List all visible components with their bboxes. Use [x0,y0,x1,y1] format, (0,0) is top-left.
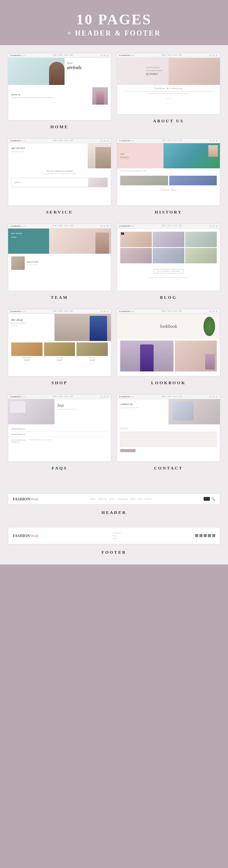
blog-img-2 [153,232,184,247]
footer-social-icon-3[interactable] [204,534,207,537]
footer-nav-blog: BLOG [112,535,121,537]
lookbook-img-tall [120,341,174,371]
shop-dots [100,310,109,312]
blog-read-more[interactable]: LOAD MORE CONTENT [117,265,220,275]
page-item-blog: FASHIONWoel HOMEABOUTBLOGSHOP F [117,224,220,300]
blog-img-grid: F [117,229,220,265]
footer-social-icon-4[interactable] [208,534,211,537]
blog-label: BLOG [160,295,177,300]
footer-social-icon-1[interactable] [195,534,198,537]
faqs-preview: FASHIONWoel HOMEABOUTBLOGSHOP faqs Lorem… [8,394,111,462]
header-nav-lookbook: LOOKBOOK [117,498,128,500]
blog-img-1: F [120,232,152,247]
history-brand: FASHIONWoel [119,140,134,142]
team-member-title: DIRECTOR [27,264,108,266]
lookbook-images [117,339,220,373]
about-inspire-text: inspire [202,64,212,68]
about-page-num: 01 / 04 [166,98,170,100]
faqs-text-block: faqs Lorem ipsum dolor sit amet consecte… [54,399,111,424]
home-about-title: about us [11,93,90,96]
contact-submit-btn[interactable] [120,449,136,452]
about-pagination: 01 / 04 [117,96,220,101]
service-brand: FASHIONWoel [10,140,26,142]
lookbook-dots [209,310,218,312]
page-item-faqs: FASHIONWoel HOMEABOUTBLOGSHOP faqs Lorem… [8,394,111,470]
header-brand: FASHIONWoel [13,497,39,501]
blog-img-4 [120,248,152,263]
header-search-icon[interactable]: 🔍 [211,497,215,501]
lookbook-nav: HOMEABOUTBLOGSHOP [162,310,182,312]
faqs-body: Lorem ipsum dolor sit amet consectetur. [58,409,108,410]
shop-product-1: SWEATER £24.00 [11,342,43,361]
shop-products: SWEATER £24.00 CHAIR £24.00 STOOL £24.00 [8,341,111,363]
contact-field-1[interactable] [120,432,217,435]
contact-body: Lorem ipsum dolor sit amet consectetur. [120,407,165,409]
header-preview: FASHIONWoel HOME ABOUT US BLOG LOOKBOOK … [8,493,220,505]
lookbook-label: LOOKBOOK [151,380,186,385]
shop-product-2: CHAIR £24.00 [44,342,75,361]
blog-img-6 [185,248,217,263]
shop-prod-name-2: CHAIR [44,357,75,359]
shop-prod-name-3: STOOL [77,357,108,359]
faqs-label: FAQS [52,466,68,470]
blog-tag-1: F [121,232,124,235]
about-quote1: I am not an artist.I'm a fashion designe… [146,66,191,76]
shop-brand: FASHIONWoel [10,310,26,312]
faqs-header: faqs Lorem ipsum dolor sit amet consecte… [8,399,111,424]
blog-nav: HOMEABOUTBLOGSHOP [162,225,182,227]
blog-preview: FASHIONWoel HOMEABOUTBLOGSHOP F [117,224,220,291]
shop-new-product: New Product [11,322,51,324]
service-pack-label: pack 1 [12,180,88,185]
shop-label: SHOP [51,380,68,385]
shop-nav: HOMEABOUTBLOGSHOP [53,310,73,312]
home-nav: HOMEABOUTBLOGSHOP [53,54,73,56]
header-nav-contact: CONTACT [143,498,152,500]
blog-read-more-btn[interactable]: LOAD MORE CONTENT [153,269,184,273]
contact-hello: hello! [120,426,217,430]
team-member: marie kale DIRECTOR [8,254,111,272]
contact-form: hello! [117,424,220,454]
service-body2: Lorem ipsum dolor sit amet consectetur a… [11,173,108,175]
header-nav-about: ABOUT US [98,498,107,500]
lookbook-title: lookbook [157,320,180,332]
history-pink-block: ourhistory [117,143,163,168]
history-header: ourhistory [117,143,220,168]
team-preview: FASHIONWoel HOMEABOUTBLOGSHOP our lovely… [8,224,111,291]
service-preview: FASHIONWoel HOMEABOUTBLOGSHOP our servic… [8,138,111,206]
home-arrivals-main: arrivals [67,65,109,71]
home-arrivals-pre: new [67,61,109,65]
lookbook-plant-decoration [202,316,216,337]
history-label: HISTORY [155,210,182,214]
team-member-photo [11,256,25,270]
contact-field-2[interactable] [120,436,217,439]
faqs-dots [100,396,109,398]
contact-field-message[interactable] [120,439,217,447]
shop-product-img-2 [44,342,75,356]
home-chrome: FASHIONWoel HOMEABOUTBLOGSHOP [8,53,111,58]
faqs-brand: FASHIONWoel [10,396,26,398]
page-row-5: FASHIONWoel HOMEABOUTBLOGSHOP faqs Lorem… [8,394,220,470]
faq-q1: Asked Question 1 [11,426,108,432]
footer-social [195,534,215,537]
blog-quote: you can have anything you want in life i… [117,275,220,281]
footer-social-icon-5[interactable] [212,534,215,537]
blog-img-3 [185,232,217,247]
hero-banner: 10 PAGES + HEADER & FOOTER [0,0,228,45]
about-dots [209,54,218,56]
service-text-block: our service Lorem ipsum dolor sit amet. [8,143,88,168]
header-social-box [204,497,210,501]
home-about-body: Lorem ipsum dolor sit amet consectetur a… [11,97,90,99]
page-item-shop: FASHIONWoel HOMEABOUTBLOGSHOP the shop N… [8,309,111,385]
faqs-cant-find: Can't Find What You're Looking For? Lore… [8,439,111,445]
footer-social-icon-2[interactable] [199,534,202,537]
service-dots [100,140,109,142]
faqs-chrome: FASHIONWoel HOMEABOUTBLOGSHOP [8,395,111,399]
team-header: our lovelyteam [8,229,111,254]
about-fashion-lifestyle: Fashion & lifestyle Lorem ipsum dolor si… [117,85,220,96]
faqs-cant-find-text: Can't Find What You're Looking For? [11,439,27,443]
service-chrome: FASHIONWoel HOMEABOUTBLOGSHOP [8,139,111,143]
blog-quote-text: you can have anything you want in life i… [120,276,217,279]
contact-label: CONTACT [154,466,183,470]
home-label: HOME [51,124,69,129]
contact-chrome: FASHIONWoel HOMEABOUTBLOGSHOP [117,395,220,399]
